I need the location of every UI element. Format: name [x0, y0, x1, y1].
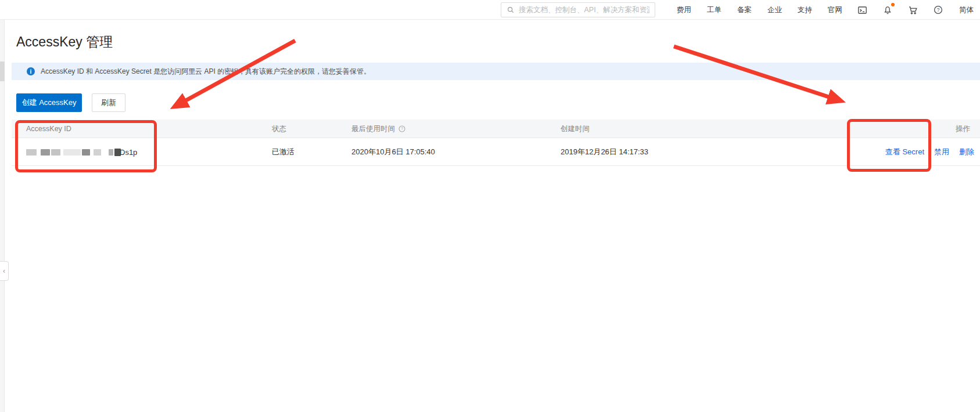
terminal-icon[interactable] — [857, 5, 868, 16]
delete-link[interactable]: 删除 — [959, 147, 974, 157]
table-row: Ds1p 已激活 2020年10月6日 17:05:40 2019年12月26日… — [12, 138, 980, 166]
col-header-last-used-label: 最后使用时间 — [351, 124, 395, 134]
notification-dot — [891, 3, 895, 6]
chevron-left-icon: ‹ — [3, 267, 5, 275]
created-value: 2019年12月26日 14:17:33 — [561, 138, 648, 166]
console-page: 费用 工单 备案 企业 支持 官网 — [0, 0, 980, 412]
page-title: AccessKey 管理 — [16, 33, 113, 51]
search-icon — [507, 6, 515, 14]
col-header-created: 创建时间 — [561, 120, 590, 138]
info-icon: i — [27, 67, 35, 75]
table-header-row: AccessKey ID 状态 最后使用时间 ? 创建时间 操作 — [12, 120, 980, 138]
masked-block — [51, 149, 60, 156]
last-used-value: 2020年10月6日 17:05:40 — [351, 138, 435, 166]
nav-item-language[interactable]: 简体 — [959, 5, 974, 15]
help-icon[interactable]: ? — [933, 5, 943, 15]
svg-text:?: ? — [937, 8, 940, 13]
masked-block — [26, 149, 37, 156]
collapsed-sidebar — [0, 20, 5, 412]
accesskey-id-suffix: Ds1p — [120, 148, 137, 157]
status-value: 已激活 — [272, 138, 295, 166]
search-box[interactable] — [501, 2, 655, 17]
accesskey-table: AccessKey ID 状态 最后使用时间 ? 创建时间 操作 — [12, 120, 980, 166]
masked-block — [41, 149, 50, 156]
accesskey-id-masked: Ds1p — [26, 138, 137, 166]
top-navbar: 费用 工单 备案 企业 支持 官网 — [0, 0, 980, 20]
annotation-arrows — [0, 0, 980, 412]
masked-block — [82, 149, 90, 156]
col-header-last-used: 最后使用时间 ? — [351, 120, 406, 138]
cart-icon[interactable] — [907, 5, 918, 16]
masked-block — [94, 149, 101, 156]
disable-link[interactable]: 禁用 — [934, 147, 949, 157]
nav-item-support[interactable]: 支持 — [798, 5, 812, 15]
search-input[interactable] — [519, 6, 649, 14]
sidebar-collapse-toggle[interactable]: ‹ — [0, 261, 9, 281]
svg-text:?: ? — [401, 127, 403, 131]
info-banner: i AccessKey ID 和 AccessKey Secret 是您访问阿里… — [12, 63, 980, 80]
refresh-button[interactable]: 刷新 — [92, 93, 125, 112]
sidebar-block — [0, 62, 5, 81]
col-header-actions: 操作 — [956, 120, 970, 138]
nav-item-icp[interactable]: 备案 — [737, 5, 752, 15]
nav-item-enterprise[interactable]: 企业 — [767, 5, 782, 15]
nav-item-tickets[interactable]: 工单 — [707, 5, 721, 15]
col-header-status: 状态 — [272, 120, 286, 138]
last-used-help-icon[interactable]: ? — [398, 125, 406, 133]
create-accesskey-button[interactable]: 创建 AccessKey — [16, 93, 82, 112]
nav-item-website[interactable]: 官网 — [828, 5, 842, 15]
bell-icon[interactable] — [882, 5, 893, 15]
nav-item-billing[interactable]: 费用 — [677, 5, 691, 15]
col-header-accesskey-id: AccessKey ID — [26, 120, 71, 138]
row-actions: 查看 Secret 禁用 删除 — [885, 138, 974, 166]
info-banner-text: AccessKey ID 和 AccessKey Secret 是您访问阿里云 … — [41, 67, 371, 77]
view-secret-link[interactable]: 查看 Secret — [885, 147, 924, 157]
masked-block — [109, 149, 113, 156]
top-nav-links: 费用 工单 备案 企业 支持 官网 — [661, 0, 980, 20]
masked-block — [63, 149, 81, 156]
